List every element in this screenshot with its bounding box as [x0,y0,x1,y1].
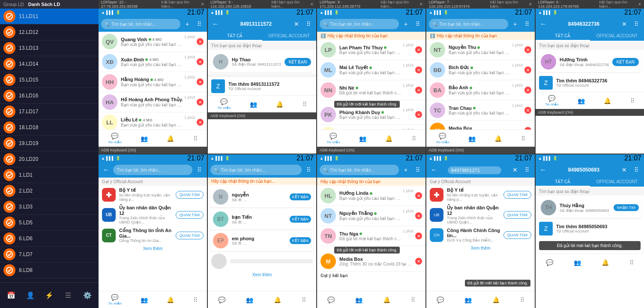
ldplayer-close-5[interactable]: ✕ [638,2,641,6]
list-icon[interactable]: ☰ [62,289,75,302]
search-bar-6[interactable]: Tìm bạn bè, tìm nhắn... [113,165,192,175]
sidebar-item-20ld20[interactable]: 20.LD20 [0,151,99,167]
grid-btn-5[interactable]: ⠿ [631,19,641,29]
tab-all-10[interactable]: TẤT CẢ [536,178,590,187]
close-btn-10[interactable]: ✕ [619,165,629,175]
sidebar-item-8ld8[interactable]: 8.LD8 [0,263,99,278]
ldplayer-close-4[interactable]: ✕ [529,2,532,6]
grid-btn-9[interactable]: ⠿ [522,165,532,175]
quan-tam-button-9c[interactable]: QUAN TÂM [503,231,531,239]
sidebar-item-7ld7[interactable]: 7.LD7 [0,247,99,263]
delete-icon[interactable]: ✕ [415,233,422,239]
tab-contacts[interactable]: 👥 [250,101,257,108]
chat-item[interactable]: M Media Box Zing: Thêm 30 ca mắc Covid-1… [317,251,425,272]
tab-more[interactable]: ⠿ [193,135,198,142]
delete-icon[interactable]: ✕ [197,58,204,65]
quan-tam-button-9[interactable]: QUAN TÂM [503,191,531,199]
official-item[interactable]: Bộ Y tế 50 liên chứng trực tuyến, cần nâ… [426,186,535,203]
delete-icon[interactable]: ✕ [197,99,204,106]
tab-messages[interactable]: 💬Tin nhắn [108,133,121,144]
grid-btn-4[interactable]: ⠿ [522,19,532,29]
tab-messages[interactable]: 💬Tin nhắn [326,133,340,144]
tab-contacts[interactable]: 👥 [468,135,476,142]
official-item[interactable]: CH Công Hành Chính Công tín... Dịch Vụ C… [426,226,535,244]
sidebar-item-6ld6[interactable]: 6.LD6 [0,231,99,247]
xem-them-7[interactable]: Xem thêm [208,271,316,279]
add-btn-1[interactable]: + [182,19,192,29]
settings-icon[interactable]: ⚙️ [81,289,94,302]
chat-item[interactable]: PK Phùng Khánh Duy Bạn vừa gửi yêu cầu k… [317,105,425,125]
tab-contacts[interactable]: 👥 [141,135,148,142]
sidebar-item-16ld16[interactable]: 16.LD16 [0,88,99,104]
sidebar-item-5ld5[interactable]: 5.LD5 [0,215,99,231]
official-item-10[interactable]: Z Tìm thêm 84985050693 Từ Official Accou… [536,220,644,238]
delete-icon[interactable]: ✕ [197,38,204,45]
lightning-icon[interactable]: ⚡ [43,289,56,302]
tab-discover[interactable]: 🔔 [167,135,174,142]
tab-more[interactable]: ⠿ [303,101,307,108]
ldplayer-close-2[interactable]: ✕ [310,2,314,6]
sidebar-item-12ld12[interactable]: 12.LD12 [0,24,99,40]
tab-contacts[interactable]: 👥 [359,135,366,142]
tab-more[interactable]: ⠿ [520,296,524,303]
close-btn-9[interactable]: ✕ [510,165,520,175]
tab-official[interactable]: OFFICIAL ACCOUNT [262,32,317,41]
add-btn-4[interactable]: + [510,19,520,29]
grid-btn-3[interactable]: ⠿ [413,19,423,29]
chat-item[interactable]: NT Nguyễn Thu Bạn vừa gửi yêu cầu kết bạ… [426,40,535,60]
tab-contacts[interactable]: 👥 [246,296,253,303]
delete-icon[interactable]: ✕ [415,87,422,94]
search-bar-4[interactable]: 🔍 Tìm bạn bè, tìm nhắn... [429,19,508,29]
tab-discover[interactable]: 🔔 [167,296,174,303]
close-btn-5[interactable]: ✕ [619,19,629,29]
delete-icon[interactable]: ✕ [524,107,531,114]
tab-contacts[interactable]: 👥 [578,97,585,104]
back-btn[interactable]: ← [210,19,221,29]
sidebar-item-2ld2[interactable]: 2.LD2 [0,183,99,199]
tab-official-5[interactable]: OFFICIAL ACCOUNT [590,32,644,41]
delete-icon[interactable]: ✕ [524,46,531,53]
chat-item[interactable]: TC Tran Chau Bạn vừa gửi yêu cầu kết bạn… [426,100,535,121]
delete-icon[interactable]: ✕ [415,258,422,265]
grid-btn-6[interactable]: ⠿ [194,165,204,175]
close-btn[interactable]: ✕ [291,19,302,29]
xem-them-6[interactable]: Xem thêm [99,245,207,253]
sidebar-item-18ld18[interactable]: 18.LD18 [0,120,99,136]
official-suggest-item[interactable]: Bộ Y tế 50 liên chứng trực tuyến, cần nâ… [99,186,207,203]
tab-more[interactable]: ⠿ [193,296,198,303]
delete-icon[interactable]: ✕ [415,111,422,118]
tab-messages[interactable]: 💬 [546,259,553,266]
tab-messages[interactable]: 💬Tin nhắn [545,95,558,106]
chat-item[interactable]: BA Bảo Anh Bạn vừa gửi yêu cầu kết bạn đ… [426,80,535,100]
delete-icon[interactable]: ✕ [415,46,422,53]
quan-tam-button[interactable]: QUAN TÂM [176,211,204,219]
back-btn-5[interactable]: ← [538,19,548,29]
tab-discover[interactable]: 🔔 [494,135,502,142]
calendar-icon[interactable]: 📅 [5,289,18,302]
tab-discover[interactable]: 🔔 [492,296,500,303]
ket-ban-button[interactable]: KẾT BẠN [290,216,311,223]
delete-icon[interactable]: ✕ [415,66,422,73]
sidebar-item-1ld1[interactable]: 1.LD1 [0,167,99,183]
sidebar-item-19ld19[interactable]: 19.LD19 [0,136,99,151]
sidebar-item-15ld15[interactable]: 15.LD15 [0,72,99,88]
ldplayer-close-1[interactable]: ✕ [201,2,204,6]
search-input-9[interactable] [441,166,508,174]
phone-input-9[interactable] [448,166,502,174]
quan-tam-button-9b[interactable]: QUAN TÂM [503,211,531,219]
chat-item[interactable]: ML Mai Lê Tuyết Bạn vừa gửi yêu cầu kết … [317,60,425,80]
tab-more[interactable]: ⠿ [521,135,525,142]
tab-messages[interactable]: 💬Tin nhắn [217,98,231,110]
delete-icon[interactable]: ✕ [524,66,531,73]
grid-btn-10[interactable]: ⠿ [631,165,641,175]
ket-ban-button[interactable]: KẾT BẠN [290,237,311,244]
search-bar-1[interactable]: 🔍 Tìm bạn bè, tìm nhắn... [101,19,180,29]
chat-item[interactable]: TC Từ Chí Nguyễn Bạn vừa gửi yêu cầu kết… [317,125,425,130]
chat-item[interactable]: BĐ Bích Đức Bạn vừa gửi yêu cầu kết bạn … [426,60,535,80]
tab-messages[interactable]: 💬Tin nhắn [436,133,449,144]
grid-btn-7[interactable]: ⠿ [303,165,314,175]
tab-more[interactable]: ⠿ [630,97,635,104]
back-btn-10[interactable]: ← [538,165,548,175]
add-btn-8[interactable]: + [401,165,411,175]
sidebar-item-14ld14[interactable]: 14.LD14 [0,56,99,72]
